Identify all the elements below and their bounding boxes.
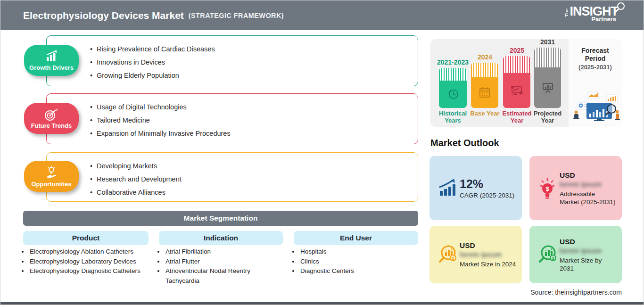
enduser-list: Hospitals Clinics Diagnostic Centers [294, 247, 413, 276]
source-note: Source: theinsightpartners.com [530, 289, 622, 296]
bar-stripes [439, 68, 467, 81]
future-trends-panel: Usage of Digital Technologies Tailored M… [46, 93, 418, 144]
opportunities-badge: Opportunities [24, 161, 79, 192]
list-item: Atrioventricular Nodal Reentry Tachycard… [165, 266, 267, 286]
addressable-market-card: $ USD lorem ipsum Addressable Market (20… [529, 156, 622, 220]
cagr-caption: CAGR (2025-2031) [460, 191, 516, 199]
header-bar: Electrophysiology Devices Market (STRATE… [0, 0, 644, 30]
history-clock-icon [446, 87, 461, 102]
column-header: Indication [204, 234, 238, 242]
badge-label: Opportunities [31, 181, 71, 188]
list-item: Collaborative Alliances [90, 186, 418, 199]
calendar-icon [478, 86, 492, 100]
timeline-year-label: 2025 [498, 47, 536, 54]
svg-text:$: $ [452, 256, 454, 261]
list-item: Atrial Fibrillation [165, 247, 267, 257]
card-heading: USD [560, 171, 616, 180]
list-item: Research and Development [90, 173, 418, 186]
growth-drivers-panel: Rising Prevalence of Cardiac Diseases In… [46, 35, 418, 86]
list-item: Electrophysiology Diagnostic Catheters [29, 266, 161, 276]
list-item: Diagnostic Centers [299, 266, 413, 276]
timeline-caption: Projected Year [529, 110, 566, 124]
opportunities-panel: Developing Markets Research and Developm… [46, 152, 418, 202]
blurred-value: lorem ipsum [560, 246, 616, 256]
monitor-gear-icon [509, 83, 524, 98]
column-header: Product [72, 234, 100, 242]
product-list: Electrophysiology Ablation Catheters Ele… [23, 247, 161, 276]
outlook-title: Market Outlook [430, 138, 499, 148]
list-item: Hospitals [299, 247, 413, 257]
forecast-title: Forecast Period [575, 47, 615, 63]
bar-stripes [471, 63, 498, 77]
list-item: Developing Markets [90, 159, 418, 173]
card-caption: Addressable Market (2025-2031) [560, 190, 616, 206]
logo-main: INSIGHT Partners [570, 5, 618, 22]
list-item: Electrophysiology Ablation Catheters [29, 247, 161, 257]
presentation-chart-icon [541, 81, 555, 95]
timeline-bar-projected [534, 48, 561, 108]
segmentation-header-product: Product [23, 231, 149, 245]
timeline-year-label: 2031 [529, 38, 566, 46]
segmentation-header-indication: Indication [159, 231, 283, 245]
badge-label: Growth Drivers [29, 64, 74, 71]
timeline-year-label: 2024 [466, 53, 504, 61]
card-heading: USD [560, 237, 616, 246]
list-item: Usage of Digital Technologies [90, 100, 418, 114]
segmentation-header-enduser: End User [294, 231, 418, 245]
target-dart-icon [44, 108, 59, 121]
cagr-card: 12% CAGR (2025-2031) [429, 156, 522, 220]
timeline-bar-historical [439, 68, 467, 108]
timeline-bar-estimated [503, 56, 530, 108]
badge-label: Future Trends [31, 122, 72, 129]
bar-stripes [534, 48, 561, 67]
growth-drivers-badge: Growth Drivers [24, 45, 79, 76]
card-caption: Market Size by 2031 [560, 256, 616, 272]
brand-logo: The INSIGHT Partners [564, 5, 618, 22]
page-subtitle: (STRATEGIC FRAMEWORK) [189, 12, 284, 19]
cagr-value: 12% [460, 177, 516, 190]
bar-stripes [503, 56, 530, 73]
forecast-panel: Forecast Period (2025-2031) [569, 39, 622, 127]
bottom-bar [0, 302, 644, 305]
column-header: End User [340, 234, 372, 242]
list-item: Clinics [299, 257, 413, 267]
list-item: Rising Prevalence of Cardiac Diseases [90, 42, 418, 56]
infographic-page: Electrophysiology Devices Market (STRATE… [0, 0, 644, 305]
blurred-value: lorem ipsum [560, 180, 616, 189]
timeline-bar-base [471, 63, 498, 108]
list-item: Atrial Flutter [165, 257, 267, 267]
content-area: Rising Prevalence of Cardiac Diseases In… [0, 30, 644, 302]
list-item: Electrophysiology Laboratory Devices [29, 257, 161, 267]
growth-bar-chart-icon [43, 50, 59, 63]
page-title: Electrophysiology Devices Market [23, 10, 184, 21]
market-size-2024-card: $ USD lorem ipsum Market Size in 2024 [429, 226, 522, 283]
lightbulb-hand-icon [44, 165, 59, 180]
indication-list: Atrial Fibrillation Atrial Flutter Atrio… [159, 247, 267, 286]
forecast-range: (2025-2031) [569, 64, 622, 71]
list-item: Growing Elderly Population [90, 69, 418, 82]
magnifier-icon [613, 2, 626, 14]
segmentation-title: Market Segmentation [184, 214, 258, 223]
future-trends-badge: Future Trends [24, 103, 79, 134]
bulb-dollar-icon: $ [537, 176, 557, 200]
list-item: Innovations in Devices [90, 56, 418, 69]
svg-text:$: $ [552, 256, 554, 261]
list-item: Tailored Medicine [90, 114, 418, 127]
magnifier-chart-dollar-icon: $ [536, 243, 559, 266]
market-size-2031-card: $ USD lorem ipsum Market Size by 2031 [529, 226, 622, 283]
svg-text:$: $ [545, 185, 549, 192]
card-heading: USD [460, 241, 516, 250]
segmentation-title-bar: Market Segmentation [23, 211, 418, 226]
analytics-illustration [570, 90, 620, 124]
card-caption: Market Size in 2024 [460, 260, 516, 268]
blurred-value: lorem ipsum [460, 250, 516, 259]
list-item: Expansion of Minimally Invasive Procedur… [90, 127, 418, 140]
timeline-panel: 2021-2023 Historical Years 2024 [430, 39, 622, 127]
magnifier-chart-dollar-icon: $ [436, 243, 459, 266]
growth-chart-arrow-icon [437, 179, 458, 198]
logo-the-text: The [564, 8, 569, 16]
